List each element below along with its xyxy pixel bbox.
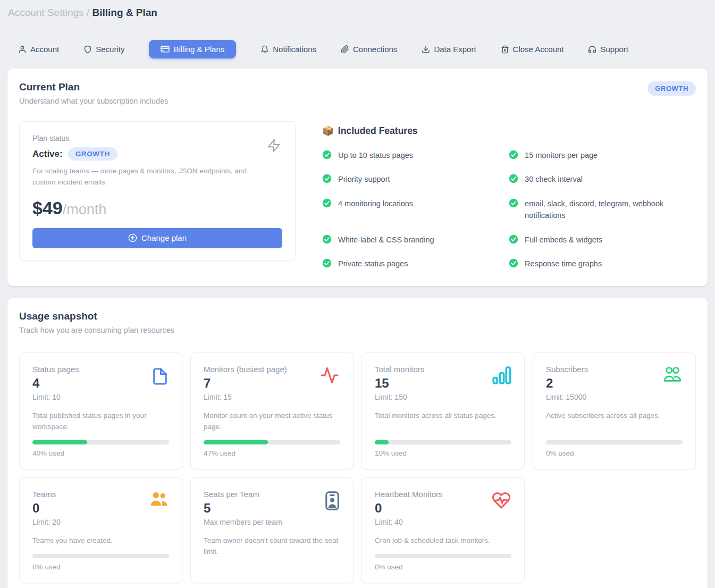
progress-fill	[32, 440, 87, 444]
tab-close-account[interactable]: Close Account	[501, 45, 564, 54]
tab-security[interactable]: Security	[83, 45, 124, 54]
check-circle-icon	[322, 234, 332, 244]
card-limit: Max members per team	[204, 518, 340, 526]
settings-tab-bar: Account Security Billing & Plans Notific…	[0, 19, 715, 58]
plan-state: Active:	[32, 149, 63, 159]
feature-item: Full embeds & widgets	[509, 234, 684, 246]
users-icon	[662, 366, 683, 384]
usage-card-subscribers: Subscribers 2 Limit: 15000 Active subscr…	[533, 352, 696, 469]
tab-notifications[interactable]: Notifications	[260, 45, 316, 54]
usage-card-heartbeat-monitors: Heartbeat Monitors 0 Limit: 40 Cron job …	[361, 477, 525, 583]
card-value: 5	[204, 501, 340, 516]
card-description: Monitor count on your most active status…	[204, 410, 340, 433]
tab-label: Support	[600, 45, 628, 54]
feature-item: 4 monitoring locations	[322, 198, 498, 222]
card-label: Total monitors	[375, 365, 511, 374]
card-description: Cron job & scheduled task monitors.	[375, 535, 511, 547]
check-circle-icon	[322, 174, 332, 183]
card-description: Active subscribers across all pages.	[546, 410, 683, 422]
progress-fill	[375, 440, 389, 444]
usage-card-monitors-busiest: Monitors (busiest page) 7 Limit: 15 Moni…	[190, 352, 354, 469]
tab-label: Data Export	[434, 45, 476, 54]
progress-fill	[204, 440, 268, 444]
plan-status-card: Plan status Active: GROWTH For scaling t…	[19, 121, 296, 261]
trash-icon	[501, 45, 509, 54]
usage-snapshot-panel: Usage snapshot Track how you are consumi…	[7, 298, 708, 588]
card-percent-label: 0% used	[375, 563, 511, 571]
card-percent-label: 40% used	[32, 449, 169, 457]
feature-item: Up to 10 status pages	[322, 149, 498, 161]
card-limit: Limit: 15	[204, 393, 340, 401]
check-circle-icon	[322, 198, 332, 208]
card-percent-label: 0% used	[546, 449, 683, 457]
plan-description: For scaling teams — more pages & monitor…	[32, 166, 250, 188]
card-limit: Limit: 150	[375, 393, 511, 401]
plan-badge: GROWTH	[68, 147, 117, 161]
tab-connections[interactable]: Connections	[341, 45, 397, 54]
card-percent-label: 0% used	[32, 563, 169, 571]
credit-card-icon	[161, 45, 170, 54]
tab-billing-plans[interactable]: Billing & Plans	[149, 40, 236, 58]
included-features: 📦 Included Features Up to 10 status page…	[296, 121, 696, 270]
user-icon	[18, 45, 27, 54]
page-title: Billing & Plan	[92, 7, 157, 18]
feature-item: 30 check interval	[509, 173, 684, 185]
breadcrumb: Account Settings / Billing & Plan	[0, 0, 715, 19]
current-plan-panel: Current Plan Understand what your subscr…	[7, 69, 708, 286]
usage-card-status-pages: Status pages 4 Limit: 10 Total published…	[19, 352, 182, 469]
tab-label: Connections	[353, 45, 397, 54]
plan-corner-badge: GROWTH	[647, 81, 696, 96]
check-circle-icon	[322, 258, 332, 268]
current-plan-title: Current Plan	[19, 81, 168, 93]
tab-label: Security	[96, 45, 124, 54]
usage-title: Usage snapshot	[19, 310, 174, 322]
plan-status-label: Plan status	[32, 134, 282, 142]
tab-label: Account	[30, 45, 59, 54]
breadcrumb-section[interactable]: Account Settings /	[8, 7, 89, 18]
zap-icon	[266, 137, 281, 155]
file-icon	[151, 366, 169, 387]
usage-card-total-monitors: Total monitors 15 Limit: 150 Total monit…	[361, 352, 525, 469]
check-circle-icon	[509, 174, 518, 183]
tab-support[interactable]: Support	[588, 45, 628, 54]
tab-account[interactable]: Account	[18, 45, 59, 54]
card-label: Status pages	[32, 365, 169, 374]
progress-track	[204, 440, 340, 444]
package-icon: 📦	[322, 125, 334, 137]
activity-icon	[319, 366, 340, 385]
card-percent-label: 47% used	[204, 449, 340, 457]
feature-item: 15 monitors per page	[509, 149, 684, 161]
check-circle-icon	[509, 234, 518, 244]
plan-period: /month	[63, 201, 107, 218]
usage-card-seats-per-team: Seats per Team 5 Max members per team Te…	[190, 477, 354, 583]
check-circle-icon	[322, 150, 332, 159]
feature-item: White-label & CSS branding	[322, 234, 498, 246]
card-value: 4	[32, 376, 169, 391]
card-limit: Limit: 10	[32, 393, 169, 401]
change-plan-label: Change plan	[141, 233, 187, 242]
headphones-icon	[588, 45, 596, 54]
usage-card-teams: Teams 0 Limit: 20 Teams you have created…	[19, 477, 182, 583]
feature-item: Private status pages	[322, 258, 498, 270]
card-limit: Limit: 20	[32, 518, 169, 526]
card-description: Total published status pages in your wor…	[32, 410, 169, 433]
card-limit: Limit: 15000	[546, 393, 683, 401]
feature-item: Response time graphs	[509, 258, 684, 270]
card-value: 15	[375, 376, 511, 391]
heart-pulse-icon	[491, 491, 511, 510]
contact-icon	[324, 491, 340, 511]
paperclip-icon	[341, 45, 349, 54]
card-limit: Limit: 40	[375, 518, 511, 526]
progress-track	[375, 554, 511, 558]
check-circle-icon	[509, 258, 518, 268]
check-circle-icon	[509, 150, 518, 159]
feature-item: Priority support	[322, 173, 498, 185]
change-plan-button[interactable]: Change plan	[32, 228, 282, 248]
bar-chart-icon	[492, 366, 511, 385]
included-features-title: 📦 Included Features	[322, 125, 696, 137]
shield-icon	[83, 45, 92, 54]
tab-label: Billing & Plans	[173, 45, 224, 54]
tab-data-export[interactable]: Data Export	[422, 45, 476, 54]
current-plan-subtitle: Understand what your subscription includ…	[19, 97, 168, 105]
download-icon	[422, 45, 430, 54]
